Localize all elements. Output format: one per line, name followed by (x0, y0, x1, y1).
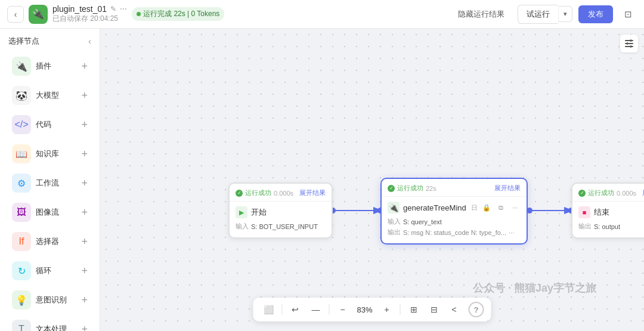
sidebar-item-add-workflow[interactable]: + (81, 177, 88, 190)
end-output-field: 输出 S: output (578, 222, 644, 231)
edit-icon[interactable]: ✎ (110, 5, 116, 13)
zoom-in-button[interactable]: + (379, 301, 395, 318)
selector-icon: If (12, 232, 31, 251)
svg-rect-10 (627, 42, 628, 45)
sidebar-item-loop[interactable]: ↻循环+ (4, 256, 96, 285)
sidebar-item-selector[interactable]: If选择器+ (4, 227, 96, 256)
sidebar-title: 选择节点 (8, 36, 39, 47)
plugin-node-header: 运行成功 22s 展开结果 (382, 179, 527, 197)
start-node[interactable]: 运行成功 0.000s 展开结果 ▶ 开始 输入 S: BOT_USER_INP… (228, 182, 333, 239)
zoom-percent: 83% (354, 305, 374, 314)
sidebar-item-image[interactable]: 🖼图像流+ (4, 198, 96, 227)
frame-button[interactable]: ⬜ (260, 301, 277, 318)
sidebar-item-code[interactable]: <​/>代码+ (4, 110, 96, 139)
plugin-title-suffix: 日 (471, 203, 478, 212)
svg-rect-8 (625, 46, 633, 47)
try-run-dropdown[interactable]: ▾ (558, 6, 572, 22)
canvas-settings-button[interactable] (620, 35, 638, 52)
sidebar-item-add-llm[interactable]: + (81, 89, 88, 102)
publish-button[interactable]: 发布 (578, 5, 613, 23)
plugin-node-title: 🔌 generateTreeMind 日 🔒 ⧉ ··· (388, 202, 521, 214)
start-node-title: ▶ 开始 (236, 206, 326, 218)
plugin-status-dot (388, 185, 395, 192)
sidebar-item-intent[interactable]: 💡意图识别+ (4, 286, 96, 314)
connections-svg (100, 29, 644, 331)
start-expand-button[interactable]: 展开结果 (299, 188, 326, 197)
header-right: 隐藏运行结果 试运行 ▾ 发布 ⊡ (451, 5, 637, 24)
plugin-node-actions: 🔒 ⧉ ··· (481, 202, 521, 213)
plugin-output-more[interactable]: ··· (509, 229, 514, 236)
plugin-expand-button[interactable]: 展开结果 (494, 184, 521, 193)
share-icon[interactable]: ⋯ (120, 5, 127, 13)
grid-button[interactable]: ⊟ (426, 301, 442, 318)
sidebar-item-llm[interactable]: 🐼大模型+ (4, 81, 96, 110)
plugin-copy-icon[interactable]: ⧉ (496, 202, 506, 213)
end-node-title: ■ 结束 (578, 206, 644, 218)
help-button[interactable]: ? (469, 302, 484, 317)
end-node-header: 运行成功 0.000s 展开结果 (572, 184, 644, 202)
try-run-button[interactable]: 试运行 (518, 5, 558, 24)
export-button[interactable]: ⊡ (619, 5, 637, 23)
plugin-more-icon[interactable]: ··· (510, 202, 521, 213)
sidebar-item-add-selector[interactable]: + (81, 236, 88, 248)
sidebar-item-label-text: 文本处理 (36, 324, 76, 331)
status-dot (137, 12, 141, 16)
canvas-toolbar: ⬜ ↩ — − 83% + ⊞ ⊟ < ? (253, 298, 491, 321)
sidebar-item-label-intent: 意图识别 (36, 295, 76, 305)
app-title: plugin_test_01 (52, 4, 107, 14)
sidebar-item-label-loop: 循环 (36, 265, 76, 276)
header-left: ‹ 🔌 plugin_test_01 ✎ ⋯ 已自动保存 20:04:25 运行… (7, 4, 445, 24)
sidebar-item-add-text[interactable]: + (81, 323, 88, 332)
sidebar-item-add-knowledge[interactable]: + (81, 148, 88, 160)
svg-rect-6 (625, 40, 633, 41)
redo-button[interactable]: — (307, 301, 324, 318)
sidebar-item-label-knowledge: 知识库 (36, 149, 76, 159)
sidebar-collapse-button[interactable]: ‹ (88, 36, 91, 46)
sidebar-item-add-intent[interactable]: + (81, 294, 88, 307)
plugin-node-body: 🔌 generateTreeMind 日 🔒 ⧉ ··· 输入 S: query… (382, 197, 527, 243)
plugin-output-field: 输出 S: msg N: status_code N: type_fo... ·… (388, 228, 521, 237)
sidebar-item-add-code[interactable]: + (81, 119, 88, 131)
toolbar-divider-3 (400, 304, 401, 315)
fit-view-button[interactable]: ⊞ (405, 301, 422, 318)
sidebar-item-add-plugin[interactable]: + (81, 60, 88, 73)
canvas[interactable]: 运行成功 0.000s 展开结果 ▶ 开始 输入 S: BOT_USER_INP… (100, 29, 644, 331)
code-icon: <​/> (12, 115, 31, 134)
sidebar-item-label-llm: 大模型 (36, 90, 76, 101)
app-icon: 🔌 (29, 5, 48, 24)
plugin-lock-icon[interactable]: 🔒 (481, 202, 492, 213)
end-status-time: 0.000s (617, 190, 636, 197)
knowledge-icon: 📖 (12, 144, 31, 163)
start-status-text: 运行成功 (245, 188, 271, 197)
try-run-group: 试运行 ▾ (518, 5, 572, 24)
header: ‹ 🔌 plugin_test_01 ✎ ⋯ 已自动保存 20:04:25 运行… (0, 0, 644, 29)
sidebar-item-workflow[interactable]: ⚙工作流+ (4, 169, 96, 197)
start-node-status: 运行成功 0.000s (236, 188, 293, 197)
sidebar-item-text[interactable]: T文本处理+ (4, 315, 96, 331)
watermark: 公众号 · 熊猫Jay字节之旅 (473, 281, 596, 295)
chevron-button[interactable]: < (446, 301, 463, 318)
sidebar-item-label-code: 代码 (36, 119, 76, 130)
end-icon: ■ (578, 206, 590, 218)
loop-icon: ↻ (12, 261, 31, 280)
sidebar-item-knowledge[interactable]: 📖知识库+ (4, 140, 96, 168)
plugin-status-time: 22s (426, 185, 436, 192)
sidebar-header: 选择节点 ‹ (0, 29, 100, 51)
svg-rect-11 (630, 45, 631, 48)
end-node[interactable]: 运行成功 0.000s 展开结果 ■ 结束 输出 S: output (571, 182, 644, 239)
plugin-status-text: 运行成功 (397, 184, 423, 193)
hide-result-button[interactable]: 隐藏运行结果 (451, 5, 512, 23)
back-button[interactable]: ‹ (7, 6, 24, 23)
sidebar-item-add-loop[interactable]: + (81, 265, 88, 277)
app-subtitle: 已自动保存 20:04:25 (52, 14, 127, 24)
plugin-node-status: 运行成功 22s (388, 184, 436, 193)
plugin-node[interactable]: 运行成功 22s 展开结果 🔌 generateTreeMind 日 🔒 ⧉ ·… (380, 178, 528, 245)
sidebar-item-add-image[interactable]: + (81, 206, 88, 219)
intent-icon: 💡 (12, 290, 31, 310)
end-node-status: 运行成功 0.000s (578, 188, 636, 197)
workflow-icon: ⚙ (12, 174, 31, 193)
undo-button[interactable]: ↩ (287, 301, 304, 318)
sidebar-item-plugin[interactable]: 🔌插件+ (4, 52, 96, 81)
zoom-out-button[interactable]: − (334, 301, 351, 318)
toolbar-divider-1 (281, 304, 282, 315)
